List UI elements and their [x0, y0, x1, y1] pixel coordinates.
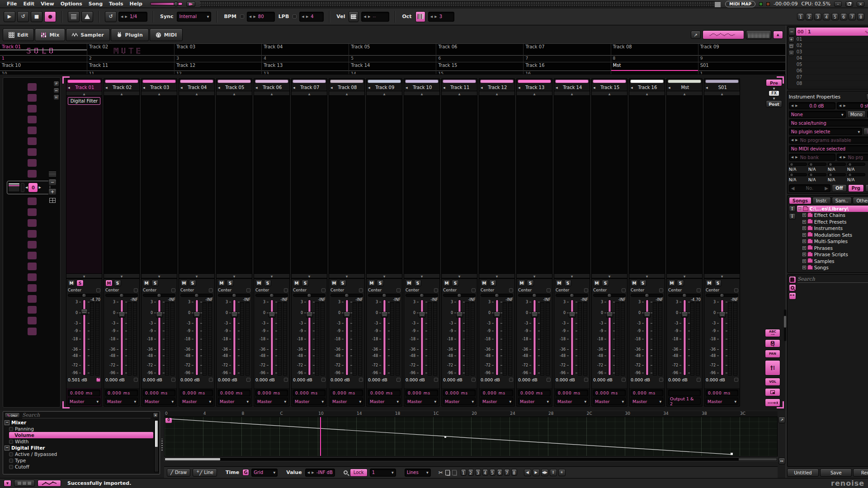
- pan-reset-checkbox[interactable]: [584, 288, 588, 292]
- volume-reset-button[interactable]: [509, 378, 513, 382]
- track-header[interactable]: ◀ Track 08: [329, 84, 364, 91]
- tree-folder-item[interactable]: + Multi-Samples: [797, 238, 868, 245]
- pre-fold-row[interactable]: ▲: [479, 91, 514, 96]
- record-button[interactable]: ●: [44, 11, 56, 22]
- track-name[interactable]: Track 05: [222, 85, 248, 90]
- device-area[interactable]: [479, 96, 514, 273]
- spectrum-toggle[interactable]: [746, 30, 771, 39]
- save-button[interactable]: Save: [820, 469, 852, 477]
- lock-length-dropdown[interactable]: 1▼: [370, 469, 396, 477]
- library-view-icon[interactable]: [789, 276, 796, 283]
- volume-db-value[interactable]: 0.000 dB: [631, 377, 650, 382]
- pan-slider[interactable]: [481, 294, 513, 297]
- collapse-arrow-icon[interactable]: ◀: [254, 86, 259, 89]
- pan-handle[interactable]: [570, 293, 574, 298]
- volume-fader[interactable]: [608, 300, 611, 375]
- expand-icon[interactable]: +: [802, 259, 806, 263]
- envelope-point[interactable]: [444, 436, 446, 438]
- collapse-scopes-icon[interactable]: ▲: [773, 31, 783, 39]
- current-pattern-number[interactable]: 0: [28, 183, 38, 192]
- solo-button[interactable]: S: [377, 280, 384, 286]
- lock-button[interactable]: Lock: [350, 469, 368, 477]
- pan-handle[interactable]: [532, 293, 537, 298]
- volume-reset-button[interactable]: [734, 378, 738, 382]
- pattern-slot[interactable]: [28, 252, 37, 259]
- pre-fold-row[interactable]: ▲: [104, 91, 139, 96]
- mixer-scrollbar[interactable]: [784, 310, 786, 341]
- gui-preset-button[interactable]: 2: [806, 13, 813, 20]
- post-fold-row[interactable]: ▼: [592, 273, 627, 278]
- volume-db-value[interactable]: 0.000 dB: [330, 377, 350, 382]
- pan-value[interactable]: Center: [218, 288, 231, 292]
- routing-dropdown[interactable]: Master ▼: [593, 398, 626, 405]
- pre-fold-row[interactable]: ▲: [329, 91, 364, 96]
- envelope-end-point[interactable]: [731, 453, 733, 455]
- plugin-programs-field[interactable]: ◀ ▶No programs available: [789, 136, 868, 144]
- peak-level[interactable]: -4.70: [90, 297, 100, 302]
- automation-hscrollbar[interactable]: [164, 457, 778, 461]
- track-delay-field[interactable]: 0.000 ms: [631, 389, 663, 396]
- fader-handle[interactable]: [531, 312, 538, 318]
- pan-slider[interactable]: [368, 294, 401, 297]
- prev-envelope-icon[interactable]: ◀: [524, 469, 531, 476]
- post-fold-row[interactable]: ▼: [404, 273, 439, 278]
- macro-slider[interactable]: N/A: [808, 163, 826, 172]
- post-fold-row[interactable]: ▼: [479, 273, 514, 278]
- volume-db-value[interactable]: 0.000 dB: [406, 377, 425, 382]
- post-fold-row[interactable]: ▼: [442, 273, 477, 278]
- track-scope-cell[interactable]: Track 07 7: [524, 44, 611, 62]
- pan-reset-checkbox[interactable]: [622, 288, 626, 292]
- solo-button[interactable]: S: [114, 280, 121, 286]
- pan-handle[interactable]: [119, 293, 124, 298]
- instrument-transpose-field[interactable]: ◀ ▶0 st: [837, 102, 868, 109]
- track-color-bar[interactable]: [105, 80, 138, 83]
- fader-handle[interactable]: [569, 312, 576, 318]
- post-fold-row[interactable]: ▼: [292, 273, 327, 278]
- sequence-section-box[interactable]: [21, 183, 24, 192]
- device-area[interactable]: [329, 96, 364, 273]
- master-volume-slider[interactable]: [150, 2, 183, 5]
- fader-handle[interactable]: [419, 312, 425, 318]
- automation-only-toggle[interactable]: ∿ONLY: [5, 413, 20, 418]
- automation-parameter-row[interactable]: Mixer: [5, 419, 153, 426]
- octave-field[interactable]: ◀ ▶3: [428, 12, 454, 22]
- pattern-slot[interactable]: [28, 105, 37, 113]
- expand-icon[interactable]: +: [802, 253, 806, 256]
- volume-fader[interactable]: [533, 300, 536, 375]
- collapse-arrow-icon[interactable]: ◀: [329, 86, 334, 89]
- detach-scopes-icon[interactable]: ↗: [691, 31, 701, 39]
- automation-checkbox[interactable]: [9, 440, 13, 444]
- pan-handle[interactable]: [344, 293, 349, 298]
- collapse-arrow-icon[interactable]: ◀: [667, 86, 672, 89]
- pan-reset-checkbox[interactable]: [284, 288, 288, 292]
- track-name[interactable]: Track 07: [297, 85, 323, 90]
- time-mode-dropdown[interactable]: Grid▼: [251, 469, 278, 477]
- post-fold-row[interactable]: ▼: [704, 273, 740, 278]
- gui-preset-button[interactable]: 1: [797, 13, 804, 20]
- sequencer-add-button[interactable]: +: [48, 188, 57, 195]
- scope-track-name[interactable]: Track 15: [438, 63, 457, 68]
- scope-track-name[interactable]: Track 09: [700, 44, 719, 49]
- pre-fold-row[interactable]: ▲: [254, 91, 289, 96]
- scope-track-name[interactable]: S01: [700, 63, 709, 68]
- pre-fold-row[interactable]: ▲: [554, 91, 590, 96]
- scope-track-name[interactable]: Track 11: [89, 63, 108, 68]
- pan-reset-checkbox[interactable]: [734, 288, 738, 292]
- volume-fader[interactable]: [233, 300, 236, 375]
- solo-button[interactable]: S: [151, 280, 159, 286]
- pre-fold-row[interactable]: ▲: [667, 91, 702, 96]
- volume-reset-button[interactable]: [246, 378, 250, 382]
- pan-value[interactable]: Center: [293, 288, 307, 292]
- track-delay-field[interactable]: 0.000 ms: [481, 389, 513, 396]
- mute-button[interactable]: M: [218, 280, 225, 286]
- device-area[interactable]: [554, 96, 590, 273]
- pattern-matrix-toggle[interactable]: [14, 480, 35, 487]
- track-header[interactable]: ◀ Track 04: [179, 84, 214, 91]
- pan-slider[interactable]: [556, 294, 588, 297]
- pattern-slot[interactable]: [28, 197, 37, 205]
- device-area[interactable]: [367, 96, 402, 273]
- solo-button[interactable]: S: [452, 280, 459, 286]
- pan-handle[interactable]: [82, 293, 86, 298]
- expand-toggle-icon[interactable]: ↔: [53, 88, 59, 94]
- nna-dropdown[interactable]: None▼: [789, 111, 846, 118]
